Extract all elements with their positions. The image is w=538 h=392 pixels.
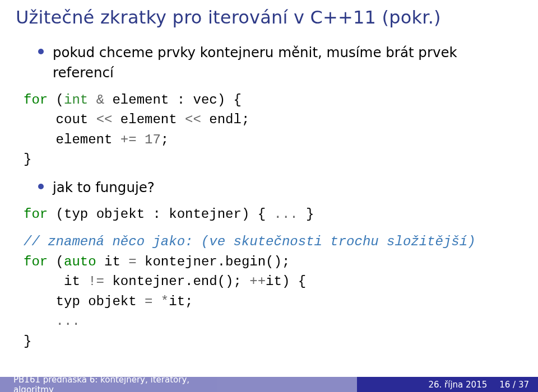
lit-17: 17 (145, 132, 161, 147)
tok: it (24, 274, 88, 289)
typ-int: int (64, 92, 88, 108)
kw-for2: for (24, 207, 48, 222)
bullet-1-text: pokud chceme prvky kontejneru měnit, mus… (53, 44, 457, 81)
tok: kontejner.begin(); (137, 254, 290, 269)
tok: element (24, 132, 120, 147)
kw-for: for (24, 92, 48, 108)
tok: it (96, 254, 129, 269)
kw-for3: for (24, 254, 48, 269)
tok: it; (169, 294, 193, 309)
tok: } (24, 152, 31, 167)
op-ll: << (96, 112, 113, 127)
footer-mid (217, 377, 357, 392)
tok (88, 92, 96, 108)
footer-lecture-title: PB161 přednáška 6: kontejnery, iterátory… (13, 375, 217, 393)
tok: ; (161, 132, 169, 147)
bullet-2: jak to funguje? (38, 178, 514, 198)
bullet-2-text: jak to funguje? (53, 179, 155, 195)
slide-content: pokud chceme prvky kontejneru měnit, mus… (0, 28, 538, 351)
op-amp: & (96, 92, 104, 108)
footer: PB161 přednáška 6: kontejnery, iterátory… (0, 377, 538, 392)
tok: } (298, 207, 314, 222)
op-pp: ++ (249, 274, 266, 289)
tok: ( (48, 254, 64, 269)
op-ne: != (88, 274, 104, 289)
tok: ( (48, 92, 64, 108)
kw-auto: auto (64, 254, 96, 269)
footer-left: PB161 přednáška 6: kontejnery, iterátory… (0, 377, 217, 392)
slide-title: Užitečné zkratky pro iterování v C++11 (… (0, 0, 538, 28)
tok: } (24, 334, 31, 349)
comment-line: // znamená něco jako: (ve skutečnosti tr… (24, 234, 476, 249)
code-block-2: for (typ objekt : kontejner) { ... } (24, 204, 514, 225)
footer-page: 16 / 37 (499, 380, 529, 390)
tok: (typ objekt : kontejner) { (48, 207, 273, 222)
tok: cout (24, 112, 96, 127)
op-eq: = (128, 254, 136, 269)
code-block-3: // znamená něco jako: (ve skutečnosti tr… (24, 232, 514, 351)
footer-date: 26. října 2015 (428, 380, 487, 390)
tok: typ objekt (24, 294, 145, 309)
op-ll2: << (185, 112, 201, 127)
slide: Užitečné zkratky pro iterování v C++11 (… (0, 0, 538, 392)
op-pe: += (120, 132, 137, 147)
code-block-1: for (int & element : vec) { cout << elem… (24, 90, 514, 170)
op-eq2: = (145, 294, 152, 309)
tok: element (112, 112, 185, 127)
op-ell: ... (273, 207, 298, 222)
tok (24, 314, 56, 329)
tok (152, 294, 160, 309)
tok (137, 132, 145, 147)
op-star: * (161, 294, 169, 309)
op-ell2: ... (56, 314, 80, 329)
tok: it) { (266, 274, 306, 289)
bullet-1: pokud chceme prvky kontejneru měnit, mus… (38, 43, 514, 83)
footer-right: 26. října 2015 16 / 37 (357, 377, 538, 392)
tok: endl; (201, 112, 249, 127)
tok: element : vec) { (104, 92, 242, 108)
tok: kontejner.end(); (104, 274, 249, 289)
